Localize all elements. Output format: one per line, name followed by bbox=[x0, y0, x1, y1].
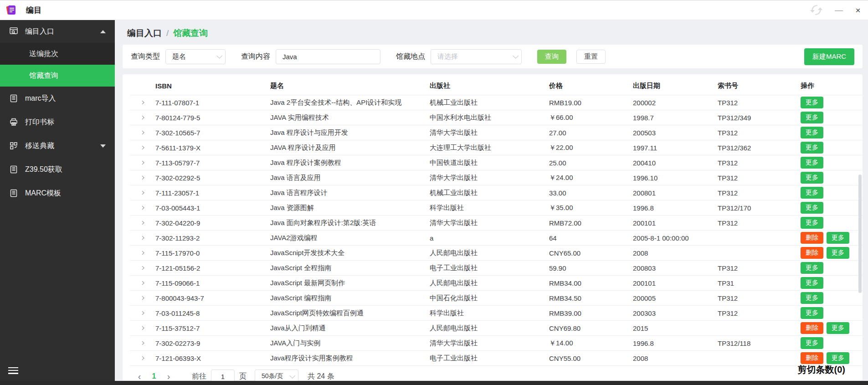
table-row: 7-800043-943-7 JavaScript 编程指南 中国石化出版社 R… bbox=[130, 291, 863, 306]
sidebar-item-marc导入[interactable]: marc导入 bbox=[0, 87, 115, 110]
more-button[interactable]: 更多 bbox=[827, 232, 849, 244]
cell-callnumber: TP312/349 bbox=[718, 114, 801, 122]
table-row: 7-302-02273-9 JAVA入门与实例 清华大学出版社 ￥14.00 1… bbox=[130, 336, 863, 351]
more-button[interactable]: 更多 bbox=[801, 277, 823, 289]
cell-pubdate: 200101 bbox=[633, 219, 718, 227]
reset-button[interactable]: 重置 bbox=[576, 50, 606, 64]
sidebar-item-Z39.50获取[interactable]: Z39.50获取 bbox=[0, 158, 115, 181]
delete-button[interactable]: 删除 bbox=[801, 352, 823, 364]
sidebar-item-移送典藏[interactable]: 移送典藏 bbox=[0, 134, 115, 158]
sidebar-item-馆藏查询[interactable]: 馆藏查询 bbox=[0, 65, 115, 87]
delete-button[interactable]: 删除 bbox=[801, 247, 823, 259]
refresh-icon[interactable] bbox=[810, 5, 823, 15]
location-select[interactable]: 请选择 bbox=[431, 49, 522, 64]
cell-price: 33.00 bbox=[549, 189, 633, 197]
table-body: 7-111-07807-1 Java 2平台安全技术--结构、API设计和实现 … bbox=[130, 95, 863, 366]
expand-row-icon[interactable] bbox=[139, 116, 144, 119]
cell-price: ￥66.00 bbox=[549, 113, 633, 122]
more-button[interactable]: 更多 bbox=[801, 337, 823, 349]
chevron-down-icon bbox=[513, 53, 519, 59]
more-button[interactable]: 更多 bbox=[801, 307, 823, 319]
page-size-value: 50条/页 bbox=[262, 372, 283, 380]
expand-row-icon[interactable] bbox=[139, 221, 144, 225]
sidebar-item-送编批次[interactable]: 送编批次 bbox=[0, 43, 115, 65]
cell-pubdate: 1997.11 bbox=[633, 144, 718, 152]
more-button[interactable]: 更多 bbox=[801, 217, 823, 229]
scrollbar-thumb[interactable] bbox=[858, 175, 862, 293]
collapse-sidebar-icon[interactable] bbox=[8, 367, 18, 374]
page-number-1[interactable]: 1 bbox=[146, 372, 162, 380]
table-row: 7-115-37512-7 Java从入门到精通 人民邮电出版社 CNY69.8… bbox=[130, 321, 863, 336]
cell-publisher: 清华大学出版社 bbox=[430, 128, 549, 137]
expand-row-icon[interactable] bbox=[139, 281, 144, 285]
cell-price: RMB72.00 bbox=[549, 219, 633, 227]
table-scrollbar[interactable] bbox=[858, 97, 862, 370]
expand-row-icon[interactable] bbox=[139, 191, 144, 195]
table-row: 7-03-011245-8 JavaScript网页特效编程百例通 科学出版社 … bbox=[130, 306, 863, 321]
new-marc-button[interactable]: 新建MARC bbox=[804, 48, 854, 65]
column-header-title: 题名 bbox=[270, 82, 430, 90]
expand-row-icon[interactable] bbox=[139, 161, 144, 164]
query-type-label: 查询类型 bbox=[131, 52, 160, 62]
expand-row-icon[interactable] bbox=[139, 236, 144, 240]
expand-row-icon[interactable] bbox=[139, 146, 144, 149]
cell-price: ￥35.00 bbox=[549, 204, 633, 212]
expand-row-icon[interactable] bbox=[139, 176, 144, 180]
expand-row-icon[interactable] bbox=[139, 296, 144, 300]
expand-row-icon[interactable] bbox=[139, 356, 144, 360]
more-button[interactable]: 更多 bbox=[801, 142, 823, 154]
cell-price: RMB39.00 bbox=[549, 309, 633, 317]
more-button[interactable]: 更多 bbox=[801, 157, 823, 169]
cell-isbn: 7-111-23057-1 bbox=[155, 189, 270, 197]
more-button[interactable]: 更多 bbox=[801, 112, 823, 123]
location-label: 馆藏地点 bbox=[396, 52, 425, 62]
expand-row-icon[interactable] bbox=[139, 311, 144, 315]
more-button[interactable]: 更多 bbox=[827, 247, 849, 259]
cell-callnumber: TP312 bbox=[718, 159, 801, 167]
more-button[interactable]: 更多 bbox=[827, 352, 849, 364]
delete-button[interactable]: 删除 bbox=[801, 232, 823, 244]
cell-callnumber: TP31 bbox=[718, 279, 801, 287]
cell-publisher: 中国铁道出版社 bbox=[430, 159, 549, 167]
cell-callnumber: TP312/362 bbox=[718, 144, 801, 152]
cell-publisher: a bbox=[430, 234, 549, 242]
more-button[interactable]: 更多 bbox=[801, 127, 823, 139]
sidebar-item-打印书标[interactable]: 打印书标 bbox=[0, 110, 115, 134]
app-title: 编目 bbox=[26, 5, 41, 15]
expand-row-icon[interactable] bbox=[139, 326, 144, 330]
expand-row-icon[interactable] bbox=[139, 206, 144, 210]
query-button[interactable]: 查询 bbox=[537, 50, 566, 64]
cell-pubdate: 2008 bbox=[633, 354, 718, 362]
more-button[interactable]: 更多 bbox=[801, 97, 823, 108]
sidebar-item-MARC模板[interactable]: MARC模板 bbox=[0, 181, 115, 205]
expand-row-icon[interactable] bbox=[139, 251, 144, 255]
more-button[interactable]: 更多 bbox=[801, 172, 823, 184]
more-button[interactable]: 更多 bbox=[801, 292, 823, 304]
more-button[interactable]: 更多 bbox=[801, 262, 823, 274]
expand-row-icon[interactable] bbox=[139, 131, 144, 134]
cell-price: RMB34.50 bbox=[549, 294, 633, 302]
delete-button[interactable]: 删除 bbox=[801, 322, 823, 334]
expand-row-icon[interactable] bbox=[139, 101, 144, 104]
printer-icon bbox=[9, 118, 18, 127]
close-button[interactable]: × bbox=[854, 6, 862, 14]
query-content-input[interactable] bbox=[276, 49, 380, 64]
breadcrumb-separator: / bbox=[166, 28, 169, 38]
expand-row-icon[interactable] bbox=[139, 266, 144, 270]
cell-pubdate: 200303 bbox=[633, 309, 718, 317]
cell-pubdate: 1996.8 bbox=[633, 339, 718, 347]
more-button[interactable]: 更多 bbox=[801, 187, 823, 199]
cell-publisher: 电子工业出版社 bbox=[430, 354, 549, 363]
more-button[interactable]: 更多 bbox=[801, 202, 823, 214]
expand-row-icon[interactable] bbox=[139, 341, 144, 345]
main-content: 编目入口 / 馆藏查询 查询类型 题名 查询内容 馆藏地点 请选择 查询 重置 … bbox=[115, 20, 868, 385]
table-row: 7-115-17970-0 JavaScnipt开发技术大全 人民邮电出版社 C… bbox=[130, 246, 863, 261]
cell-isbn: 7-115-37512-7 bbox=[155, 324, 270, 332]
cell-isbn: 7-03-005443-1 bbox=[155, 204, 270, 212]
more-button[interactable]: 更多 bbox=[827, 322, 849, 334]
breadcrumb-parent[interactable]: 编目入口 bbox=[127, 27, 162, 39]
query-type-select[interactable]: 题名 bbox=[165, 49, 226, 64]
sidebar-group-catalog-entry[interactable]: 编目入口 bbox=[0, 20, 115, 43]
minimize-button[interactable]: — bbox=[835, 6, 842, 14]
cell-title: Java程序设计实用案例教程 bbox=[270, 354, 430, 363]
